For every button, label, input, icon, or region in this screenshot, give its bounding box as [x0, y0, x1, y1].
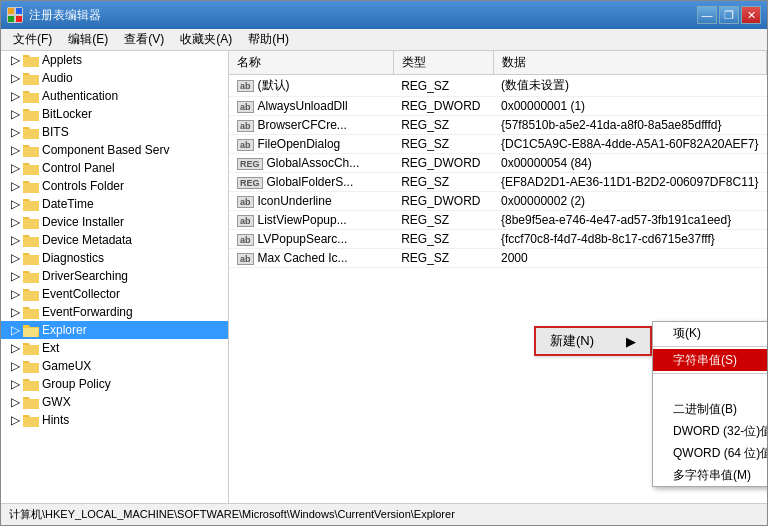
registry-table: 名称 类型 数据 ab(默认)REG_SZ(数值未设置)abAlwaysUnlo… — [229, 51, 767, 268]
folder-icon — [23, 377, 39, 391]
submenu-item-multistring[interactable]: QWORD (64 位)值(Q) — [653, 442, 767, 464]
tree-item-controlpanel[interactable]: ▷ Control Panel — [1, 159, 228, 177]
table-row[interactable]: abAlwaysUnloadDllREG_DWORD0x00000001 (1) — [229, 97, 767, 116]
cell-name: REGGlobalFolderS... — [229, 173, 393, 192]
svg-rect-2 — [8, 16, 14, 22]
title-bar-left: 注册表编辑器 — [7, 7, 101, 24]
tree-item-datetime[interactable]: ▷ DateTime — [1, 195, 228, 213]
tree-item-applets[interactable]: ▷ Applets — [1, 51, 228, 69]
table-row[interactable]: abBrowserCFCre...REG_SZ{57f8510b-a5e2-41… — [229, 116, 767, 135]
folder-icon — [23, 251, 39, 265]
cell-type: REG_DWORD — [393, 154, 493, 173]
new-menu-arrow: ▶ — [626, 334, 636, 349]
expand-icon: ▷ — [9, 216, 21, 228]
cell-data: {DC1C5A9C-E88A-4dde-A5A1-60F82A20AEF7} — [493, 135, 766, 154]
cell-type: REG_SZ — [393, 75, 493, 97]
tree-item-explorer[interactable]: ▷ Explorer — [1, 321, 228, 339]
cell-data: {57f8510b-a5e2-41da-a8f0-8a5ae85dfffd} — [493, 116, 766, 135]
folder-icon — [23, 89, 39, 103]
minimize-button[interactable]: — — [697, 6, 717, 24]
folder-icon — [23, 179, 39, 193]
menu-help[interactable]: 帮助(H) — [240, 29, 297, 50]
cell-data: 0x00000054 (84) — [493, 154, 766, 173]
expand-icon: ▷ — [9, 90, 21, 102]
close-button[interactable]: ✕ — [741, 6, 761, 24]
tree-item-gameux[interactable]: ▷ GameUX — [1, 357, 228, 375]
new-menu-button[interactable]: 新建(N) ▶ — [534, 326, 652, 356]
menu-view[interactable]: 查看(V) — [116, 29, 172, 50]
expand-icon: ▷ — [9, 108, 21, 120]
submenu: 项(K) 字符串值(S) 二进制值(B) — [652, 321, 767, 487]
folder-icon — [23, 53, 39, 67]
submenu-item-expandstring[interactable]: 多字符串值(M) — [653, 464, 767, 486]
cell-type: REG_SZ — [393, 173, 493, 192]
tree-item-devicemetadata[interactable]: ▷ Device Metadata — [1, 231, 228, 249]
tree-item-gwx[interactable]: ▷ GWX — [1, 393, 228, 411]
menu-bar: 文件(F) 编辑(E) 查看(V) 收藏夹(A) 帮助(H) — [1, 29, 767, 51]
svg-rect-3 — [16, 16, 22, 22]
table-row[interactable]: abIconUnderlineREG_DWORD0x00000002 (2) — [229, 192, 767, 211]
cell-name: ab(默认) — [229, 75, 393, 97]
cell-name: abListViewPopup... — [229, 211, 393, 230]
table-row[interactable]: abMax Cached Ic...REG_SZ2000 — [229, 249, 767, 268]
table-row[interactable]: REGGlobalFolderS...REG_SZ{EF8AD2D1-AE36-… — [229, 173, 767, 192]
svg-rect-1 — [16, 8, 22, 14]
tree-item-audio[interactable]: ▷ Audio — [1, 69, 228, 87]
submenu-item-qword[interactable]: DWORD (32-位)值(D) — [653, 420, 767, 442]
menu-file[interactable]: 文件(F) — [5, 29, 60, 50]
tree-item-diagnostics[interactable]: ▷ Diagnostics — [1, 249, 228, 267]
tree-item-hints[interactable]: ▷ Hints — [1, 411, 228, 429]
submenu-item-key[interactable]: 项(K) — [653, 322, 767, 344]
expand-icon: ▷ — [9, 144, 21, 156]
tree-item-ext[interactable]: ▷ Ext — [1, 339, 228, 357]
expand-icon: ▷ — [9, 126, 21, 138]
title-bar: 注册表编辑器 — ❐ ✕ — [1, 1, 767, 29]
restore-button[interactable]: ❐ — [719, 6, 739, 24]
tree-item-controlsfolder[interactable]: ▷ Controls Folder — [1, 177, 228, 195]
table-row[interactable]: abLVPopupSearc...REG_SZ{fccf70c8-f4d7-4d… — [229, 230, 767, 249]
cell-data: {EF8AD2D1-AE36-11D1-B2D2-006097DF8C11} — [493, 173, 766, 192]
tree-item-bits[interactable]: ▷ BITS — [1, 123, 228, 141]
table-row[interactable]: REGGlobalAssocCh...REG_DWORD0x00000054 (… — [229, 154, 767, 173]
folder-icon — [23, 269, 39, 283]
tree-item-driversearching[interactable]: ▷ DriverSearching — [1, 267, 228, 285]
cell-name: abBrowserCFCre... — [229, 116, 393, 135]
cell-data: {fccf70c8-f4d7-4d8b-8c17-cd6715e37fff} — [493, 230, 766, 249]
folder-icon — [23, 287, 39, 301]
window-controls: — ❐ ✕ — [697, 6, 761, 24]
cell-name: abIconUnderline — [229, 192, 393, 211]
cell-data: 0x00000002 (2) — [493, 192, 766, 211]
menu-favorites[interactable]: 收藏夹(A) — [172, 29, 240, 50]
table-row[interactable]: ab(默认)REG_SZ(数值未设置) — [229, 75, 767, 97]
folder-icon — [23, 125, 39, 139]
tree-item-bitlocker[interactable]: ▷ BitLocker — [1, 105, 228, 123]
folder-icon — [23, 233, 39, 247]
folder-icon — [23, 359, 39, 373]
cell-name: abMax Cached Ic... — [229, 249, 393, 268]
tree-item-deviceinstaller[interactable]: ▷ Device Installer — [1, 213, 228, 231]
table-row[interactable]: abListViewPopup...REG_SZ{8be9f5ea-e746-4… — [229, 211, 767, 230]
folder-icon-open — [23, 323, 39, 337]
tree-item-eventcollector[interactable]: ▷ EventCollector — [1, 285, 228, 303]
tree-item-componentbased[interactable]: ▷ Component Based Serv — [1, 141, 228, 159]
expand-icon: ▷ — [9, 270, 21, 282]
folder-icon — [23, 395, 39, 409]
expand-icon: ▷ — [9, 54, 21, 66]
expand-icon: ▷ — [9, 180, 21, 192]
submenu-item-stringval[interactable]: 字符串值(S) — [653, 349, 767, 371]
tree-panel[interactable]: ▷ Applets ▷ Audio ▷ Authentication ▷ Bit… — [1, 51, 229, 503]
submenu-item-dword[interactable]: 二进制值(B) — [653, 398, 767, 420]
main-window: 注册表编辑器 — ❐ ✕ 文件(F) 编辑(E) 查看(V) 收藏夹(A) 帮助… — [0, 0, 768, 526]
tree-item-authentication[interactable]: ▷ Authentication — [1, 87, 228, 105]
table-row[interactable]: abFileOpenDialogREG_SZ{DC1C5A9C-E88A-4dd… — [229, 135, 767, 154]
folder-icon — [23, 71, 39, 85]
status-bar: 计算机\HKEY_LOCAL_MACHINE\SOFTWARE\Microsof… — [1, 503, 767, 525]
expand-icon: ▷ — [9, 360, 21, 372]
status-path: 计算机\HKEY_LOCAL_MACHINE\SOFTWARE\Microsof… — [9, 507, 455, 522]
cell-name: abLVPopupSearc... — [229, 230, 393, 249]
submenu-item-binaryval[interactable] — [653, 376, 767, 398]
tree-item-eventforwarding[interactable]: ▷ EventForwarding — [1, 303, 228, 321]
tree-item-grouppolicy[interactable]: ▷ Group Policy — [1, 375, 228, 393]
menu-edit[interactable]: 编辑(E) — [60, 29, 116, 50]
cell-type: REG_SZ — [393, 230, 493, 249]
